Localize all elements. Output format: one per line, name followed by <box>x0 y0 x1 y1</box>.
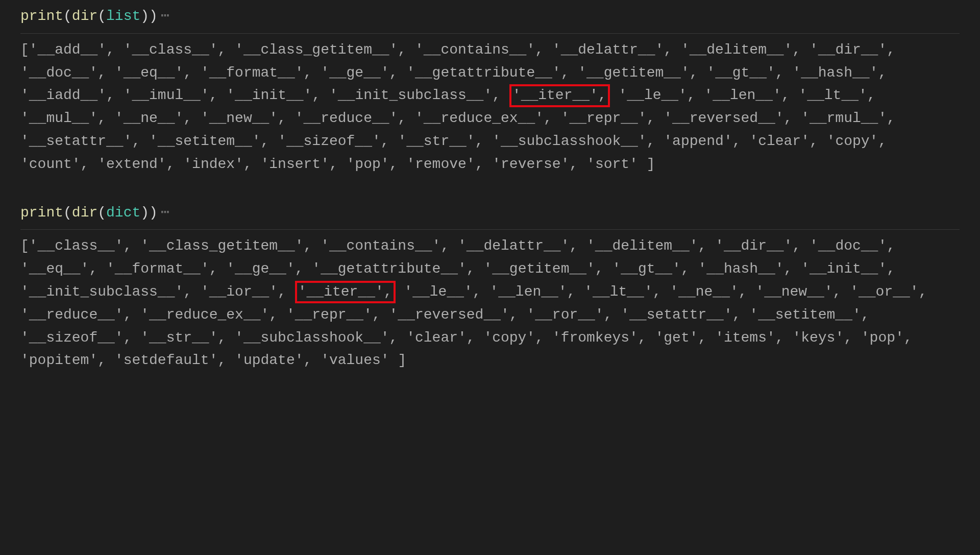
fold-icon[interactable]: ⋯ <box>161 202 170 225</box>
list-item: '__str__', <box>140 330 226 346</box>
list-item: '__setattr__', <box>20 133 140 149</box>
list-item: 'append', <box>664 133 741 149</box>
list-item: '__iadd__', <box>20 87 115 103</box>
list-item: '__setattr__', <box>621 307 741 323</box>
list-item: '__ror__', <box>526 307 612 323</box>
list-item: '__class__', <box>124 42 227 58</box>
list-item: '__subclasshook__', <box>235 330 398 346</box>
list-item: '__format__', <box>106 261 217 277</box>
list-item: '__eq__', <box>115 65 192 81</box>
list-item: '__gt__', <box>612 261 689 277</box>
list-item: '__getattribute__', <box>406 65 569 81</box>
list-item: '__class_getitem__', <box>140 238 312 254</box>
code-token-paren: ( <box>63 205 72 221</box>
list-item: '__init__', <box>801 261 895 277</box>
list-item: 'reverse', <box>492 156 578 172</box>
list-item: '__format__', <box>201 65 312 81</box>
list-item: '__dir__', <box>715 238 801 254</box>
list-item: '__reduce__', <box>295 110 406 126</box>
highlight-box: '__iter__', <box>509 84 610 107</box>
list-item: 'items', <box>715 330 783 346</box>
output-cell-2: ['__class__', '__class_getitem__', '__co… <box>20 230 960 393</box>
list-item: '__reduce_ex__', <box>140 307 278 323</box>
list-item: '__reduce__', <box>20 307 132 323</box>
output-bracket: ] <box>398 352 406 368</box>
list-item: '__hash__', <box>698 261 793 277</box>
list-item: '__gt__', <box>706 65 783 81</box>
list-item: '__init__', <box>226 87 321 103</box>
list-item: '__getitem__', <box>578 65 698 81</box>
output-bracket: [ <box>20 42 29 58</box>
list-item: '__len__', <box>704 87 790 103</box>
list-item: '__mul__', <box>20 110 106 126</box>
code-input-line[interactable]: print(dir(dict))⋯ <box>20 197 960 230</box>
list-item: '__lt__', <box>584 284 661 300</box>
output-bracket: ] <box>647 156 655 172</box>
list-item: 'keys', <box>792 330 852 346</box>
code-token-arg: dict <box>106 205 140 221</box>
list-item: '__delitem__', <box>586 238 706 254</box>
code-cell-2: print(dir(dict))⋯ ['__class__', '__class… <box>0 197 980 393</box>
list-item: 'clear', <box>406 330 475 346</box>
list-item: '__subclasshook__', <box>492 133 655 149</box>
list-item: '__contains__', <box>321 238 449 254</box>
list-item: '__len__', <box>489 284 575 300</box>
code-token-dir: dir <box>72 205 97 221</box>
list-item: '__ne__', <box>115 110 192 126</box>
list-item: 'remove', <box>406 156 483 172</box>
list-item: '__iter__', <box>295 284 396 300</box>
list-item: 'update', <box>235 352 312 368</box>
list-item: '__reversed__', <box>664 110 792 126</box>
fold-icon[interactable]: ⋯ <box>161 5 170 28</box>
code-token-dir: dir <box>72 8 97 24</box>
list-item: 'sort' <box>586 156 638 172</box>
list-item: '__repr__', <box>561 110 655 126</box>
list-item: '__init_subclass__', <box>20 284 192 300</box>
list-item: '__reversed__', <box>389 307 518 323</box>
list-item: '__sizeof__', <box>20 330 132 346</box>
list-item: '__doc__', <box>810 238 895 254</box>
code-token-paren: ( <box>63 8 72 24</box>
code-cell-1: print(dir(list))⋯ ['__add__', '__class__… <box>0 0 980 197</box>
list-item: '__hash__', <box>792 65 887 81</box>
list-item: '__ior__', <box>201 284 286 300</box>
list-item: 'count', <box>20 156 89 172</box>
list-item: '__ge__', <box>226 261 303 277</box>
list-item: 'pop', <box>347 156 398 172</box>
list-item: '__sizeof__', <box>278 133 389 149</box>
code-token-paren: ( <box>97 205 106 221</box>
code-token-paren: ) <box>149 8 158 24</box>
list-item: '__reduce_ex__', <box>415 110 552 126</box>
list-item: '__ge__', <box>321 65 398 81</box>
list-item: '__new__', <box>201 110 286 126</box>
list-item: 'setdefault', <box>115 352 226 368</box>
list-item: '__init_subclass__', <box>329 87 501 103</box>
list-item: 'index', <box>183 156 252 172</box>
list-item: '__getattribute__', <box>312 261 475 277</box>
list-item: '__imul__', <box>124 87 218 103</box>
code-token-print: print <box>20 8 63 24</box>
code-token-paren: ( <box>97 8 106 24</box>
list-item: '__repr__', <box>286 307 381 323</box>
list-item: '__eq__', <box>20 261 97 277</box>
list-item: 'pop', <box>861 330 913 346</box>
list-item: 'get', <box>655 330 707 346</box>
list-item: '__delattr__', <box>552 42 672 58</box>
code-input-line[interactable]: print(dir(list))⋯ <box>20 0 960 34</box>
list-item: '__class__', <box>29 238 132 254</box>
list-item: '__le__', <box>619 87 696 103</box>
list-item: '__dir__', <box>810 42 895 58</box>
highlight-box: '__iter__', <box>295 281 396 303</box>
list-item: '__setitem__', <box>149 133 269 149</box>
list-item: '__new__', <box>755 284 841 300</box>
code-token-paren: ) <box>140 205 149 221</box>
output-cell-1: ['__add__', '__class__', '__class_getite… <box>20 34 960 197</box>
list-item: 'extend', <box>97 156 175 172</box>
list-item: 'copy', <box>827 133 887 149</box>
list-item: '__contains__', <box>415 42 544 58</box>
list-item: 'clear', <box>749 133 818 149</box>
list-item: '__str__', <box>398 133 483 149</box>
output-bracket: [ <box>20 238 29 254</box>
list-item: '__rmul__', <box>801 110 895 126</box>
list-item: '__delitem__', <box>681 42 801 58</box>
